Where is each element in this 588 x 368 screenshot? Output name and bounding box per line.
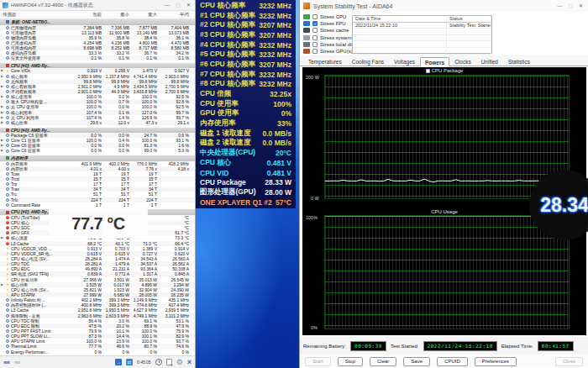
aida64-titlebar[interactable]: System Stability Test - AIDA64 — ▢ ✕: [300, 0, 588, 12]
collapse-columns-icon[interactable]: ««: [3, 359, 9, 366]
bolt-icon: [6, 252, 9, 255]
preferences-button[interactable]: Preferences: [475, 357, 517, 366]
sensor-label: 分页文件使用率: [0, 55, 76, 60]
osd-label: CPU Package: [200, 178, 246, 187]
column-header[interactable]: 平均: [159, 12, 191, 18]
osd-label: 内存使用率: [200, 118, 236, 129]
sensor-value: 0 %: [131, 350, 159, 355]
log-cell: [447, 48, 491, 54]
osd-label: #7 CPU 核心频率: [200, 70, 255, 80]
sensor-label: ▶Core C6 驻留率: [0, 148, 76, 153]
stress-checkbox[interactable]: [312, 42, 318, 47]
hwinfo-titlebar[interactable]: HWiNFO64 v7.32-4900 - 传感器状态 — ▢ ✕: [0, 0, 195, 11]
close-sensors-icon[interactable]: ×: [187, 359, 192, 366]
sensor-value: 0.1 %: [76, 55, 103, 60]
osd-value: 57°C: [276, 198, 291, 207]
column-header[interactable]: 最小: [103, 12, 131, 18]
tab-statistics[interactable]: Statistics: [503, 56, 535, 66]
stress-checkbox[interactable]: [312, 28, 318, 33]
maximize-icon[interactable]: ▢: [568, 3, 573, 8]
column-header[interactable]: 当前: [76, 12, 103, 18]
stress-checkbox[interactable]: ✓: [312, 21, 318, 26]
bolt-icon: [6, 247, 9, 250]
expand-icon[interactable]: ▶: [1, 148, 4, 153]
bolt-icon: [6, 267, 9, 271]
battery-label: Remaining Battery:: [303, 344, 346, 349]
monitoring-time: 0:45:05: [137, 360, 151, 365]
section-icon: [6, 129, 9, 132]
gauge-icon: [6, 344, 9, 348]
sensor-value: 0 %: [159, 350, 191, 355]
expand-icon[interactable]: ▶: [1, 120, 4, 125]
sensor-table[interactable]: 系统: ONE-NETBO...已用物理内存7,364 MB7,336 MB7,…: [0, 19, 195, 355]
started-lcd: 2022/11/24 15:22:10: [423, 341, 497, 351]
sensor-row[interactable]: ▶核心比率29.6 x12.0 x47.3 x29.1 x: [0, 120, 195, 125]
series-checkbox-icon[interactable]: [426, 69, 430, 73]
settings-gear-icon[interactable]: ⚙: [176, 359, 183, 366]
osd-value: 3232 MHz: [259, 71, 291, 79]
close-icon[interactable]: ✕: [579, 3, 583, 8]
osd-label: CPU VID: [200, 169, 228, 177]
stress-label: Stress FPU: [320, 21, 346, 26]
gauge-icon: [6, 41, 9, 45]
osd-label: #4 CPU 核心频率: [200, 40, 255, 50]
close-icon[interactable]: ✕: [186, 3, 191, 8]
temperature-loupe: 77.7 °C: [49, 208, 148, 239]
log-cell: 2022/11/24 15:22:10: [353, 23, 447, 29]
osd-line: #4 CPU 核心频率3232 MHz: [196, 40, 296, 50]
minimize-icon[interactable]: —: [165, 3, 170, 8]
osd-value: 3207 MHz: [259, 21, 291, 29]
log-row[interactable]: [353, 41, 491, 48]
osd-label: 磁盘 2 读取速度: [200, 138, 250, 148]
stress-type-icon: [303, 14, 310, 19]
sensor-value: 0.0 %: [76, 148, 103, 153]
start-button[interactable]: Start: [305, 357, 331, 366]
osd-value: 3207 MHz: [259, 60, 291, 69]
log-cell: [353, 29, 447, 34]
clear-button[interactable]: Clear: [370, 357, 396, 366]
sensor-row[interactable]: Command Rate1 T1 T1 T: [0, 202, 195, 208]
osd-line: #2 CPU 核心频率3207 MHz: [196, 20, 296, 30]
log-row[interactable]: [353, 29, 491, 35]
stress-checkbox[interactable]: [312, 49, 318, 54]
sync-icon[interactable]: ⇄: [126, 359, 133, 365]
maximize-icon[interactable]: ▢: [176, 3, 181, 8]
tab-cooling-fans[interactable]: Cooling Fans: [347, 56, 389, 66]
osd-label: #3 CPU 核心频率: [200, 30, 255, 40]
minimize-icon[interactable]: —: [557, 3, 562, 8]
log-row[interactable]: [353, 48, 491, 55]
log-row[interactable]: [353, 35, 491, 42]
tab-temperatures[interactable]: Temperatures: [303, 56, 347, 66]
stress-checkbox[interactable]: [312, 35, 318, 40]
close-button[interactable]: Close: [555, 357, 583, 366]
log-row[interactable]: 2022/11/24 15:22:10Stability Test: Start…: [353, 23, 491, 29]
tab-powers[interactable]: Powers: [420, 57, 449, 66]
stop-button[interactable]: Stop: [338, 357, 363, 366]
cpuid-button[interactable]: CPUID: [437, 357, 468, 366]
gauge-icon: [6, 334, 9, 338]
report-icon[interactable]: [166, 359, 172, 365]
expand-columns-icon[interactable]: ««: [14, 359, 20, 366]
osd-line: #7 CPU 核心频率3232 MHz: [196, 70, 296, 80]
sensor-row[interactable]: ▶Core C6 驻留率0.0 %0.0 %99.0 %5.3 %: [0, 148, 195, 153]
y-max-label: 100%: [306, 215, 318, 220]
stress-checkbox[interactable]: [312, 14, 318, 19]
sensor-row[interactable]: Energy Performan...0 %0 %0 %0 %: [0, 350, 195, 355]
tab-voltages[interactable]: Voltages: [389, 56, 420, 66]
sensor-row[interactable]: 分页文件使用率0.1 %0.1 %0.1 %0.1 %: [0, 55, 195, 60]
sensor-value: 0.1 %: [131, 55, 159, 60]
logging-icon[interactable]: →: [115, 359, 122, 365]
osd-value: 3232 MHz: [259, 50, 291, 59]
log-cell: Status: [447, 16, 491, 22]
column-header[interactable]: 最大: [131, 12, 159, 18]
column-header[interactable]: 传感器: [0, 12, 76, 18]
gauge-icon: [6, 182, 9, 186]
temp-icon: [6, 226, 9, 229]
save-button[interactable]: Save: [403, 357, 430, 366]
desktop: HWiNFO64 v7.32-4900 - 传感器状态 — ▢ ✕ 传感器当前最…: [0, 0, 588, 368]
clock-icon[interactable]: [155, 359, 162, 365]
osd-value: 0%: [281, 109, 291, 118]
gauge-icon: [6, 203, 9, 207]
tab-clocks[interactable]: Clocks: [449, 56, 476, 66]
tab-unified[interactable]: Unified: [476, 56, 503, 66]
